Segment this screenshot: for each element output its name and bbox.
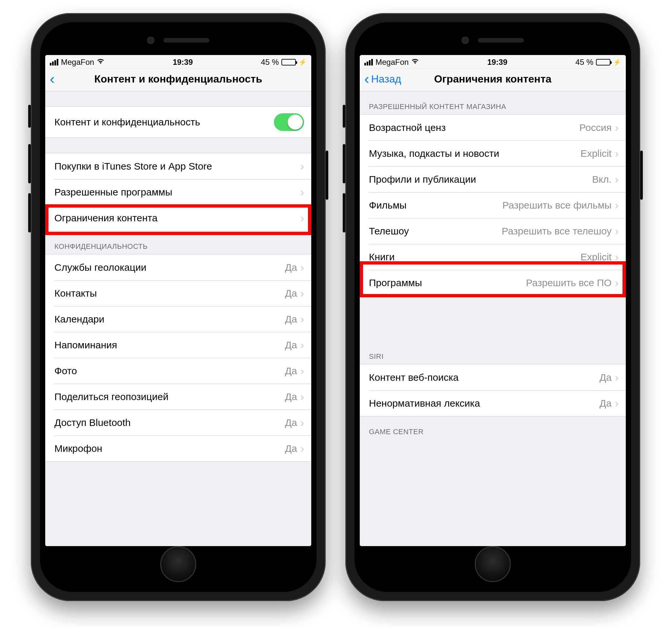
row-movies[interactable]: Фильмы Разрешить все фильмы › [360, 192, 626, 218]
chevron-right-icon: › [615, 147, 619, 160]
chevron-right-icon: › [301, 416, 304, 429]
wifi-icon [97, 58, 104, 66]
chevron-right-icon: › [615, 397, 619, 410]
status-bar: MegaFon 19:39 45 % ⚡ [45, 55, 311, 68]
chevron-right-icon: › [615, 276, 619, 289]
row-location-services[interactable]: Службы геолокации Да › [45, 254, 311, 280]
chevron-left-icon: ‹ [364, 75, 369, 83]
battery-icon [596, 59, 610, 65]
row-calendars[interactable]: Календари Да › [45, 306, 311, 332]
row-allowed-apps[interactable]: Разрешенные программы › [45, 179, 311, 205]
wifi-icon [411, 58, 419, 66]
back-button[interactable]: ‹ Назад [364, 73, 401, 85]
chevron-right-icon: › [301, 313, 304, 325]
row-age-rating[interactable]: Возрастной ценз Россия › [360, 115, 626, 140]
row-books[interactable]: Книги Explicit › [360, 244, 626, 270]
group-header-gamecenter: GAME CENTER [360, 416, 626, 439]
row-web-search[interactable]: Контент веб-поиска Да › [360, 364, 626, 390]
clock: 19:39 [173, 57, 193, 67]
charging-icon: ⚡ [613, 58, 621, 66]
signal-icon [364, 59, 373, 65]
toggle-label: Контент и конфиденциальность [54, 117, 274, 128]
row-microphone[interactable]: Микрофон Да › [45, 436, 311, 461]
row-bluetooth[interactable]: Доступ Bluetooth Да › [45, 410, 311, 436]
chevron-right-icon: › [301, 185, 304, 198]
chevron-left-icon: ‹ [50, 75, 55, 83]
row-tvshows[interactable]: Телешоу Разрешить все телешоу › [360, 218, 626, 244]
group-header-siri: SIRI [360, 348, 626, 364]
chevron-right-icon: › [615, 224, 619, 237]
row-apps[interactable]: Программы Разрешить все ПО › [360, 270, 626, 296]
home-button[interactable] [160, 546, 196, 582]
home-button[interactable] [475, 546, 511, 582]
phone-frame-right: MegaFon 19:39 45 % ⚡ ‹ Назад Ограничен [345, 13, 640, 601]
row-share-location[interactable]: Поделиться геопозицией Да › [45, 384, 311, 410]
battery-icon [281, 59, 296, 65]
chevron-right-icon: › [301, 261, 304, 274]
back-label: Назад [371, 73, 401, 85]
chevron-right-icon: › [615, 199, 619, 211]
nav-bar: ‹ Контент и конфиденциальность [45, 68, 311, 91]
chevron-right-icon: › [301, 442, 304, 455]
charging-icon: ⚡ [299, 58, 307, 66]
battery-percent: 45 % [575, 57, 593, 67]
row-contacts[interactable]: Контакты Да › [45, 280, 311, 306]
row-content-restrictions[interactable]: Ограничения контента › [45, 205, 311, 231]
chevron-right-icon: › [615, 371, 619, 384]
row-music-podcasts[interactable]: Музыка, подкасты и новости Explicit › [360, 140, 626, 166]
page-title: Ограничения контента [364, 73, 621, 85]
toggle-row-content-privacy[interactable]: Контент и конфиденциальность [45, 107, 311, 138]
row-explicit-language[interactable]: Ненормативная лексика Да › [360, 390, 626, 416]
row-profiles-posts[interactable]: Профили и публикации Вкл. › [360, 166, 626, 192]
chevron-right-icon: › [301, 390, 304, 403]
clock: 19:39 [487, 57, 507, 67]
chevron-right-icon: › [615, 121, 619, 134]
chevron-right-icon: › [301, 211, 304, 224]
page-title: Контент и конфиденциальность [50, 73, 307, 85]
chevron-right-icon: › [301, 160, 304, 172]
row-photos[interactable]: Фото Да › [45, 358, 311, 384]
group-header-store: РАЗРЕШЕННЫЙ КОНТЕНТ МАГАЗИНА [360, 91, 626, 114]
carrier-label: MegaFon [61, 57, 94, 67]
chevron-right-icon: › [615, 173, 619, 185]
chevron-right-icon: › [301, 364, 304, 377]
chevron-right-icon: › [301, 338, 304, 351]
signal-icon [50, 59, 58, 65]
phone-frame-left: MegaFon 19:39 45 % ⚡ ‹ Контент и конфиде… [31, 13, 326, 601]
chevron-right-icon: › [615, 250, 619, 263]
nav-bar: ‹ Назад Ограничения контента [360, 68, 626, 91]
back-button[interactable]: ‹ [50, 75, 55, 83]
row-itunes-purchases[interactable]: Покупки в iTunes Store и App Store › [45, 153, 311, 179]
status-bar: MegaFon 19:39 45 % ⚡ [360, 55, 626, 68]
toggle-switch[interactable] [274, 113, 304, 131]
chevron-right-icon: › [301, 287, 304, 299]
group-header-privacy: КОНФИДЕНЦИАЛЬНОСТЬ [45, 231, 311, 254]
carrier-label: MegaFon [376, 57, 408, 67]
row-reminders[interactable]: Напоминания Да › [45, 332, 311, 358]
battery-percent: 45 % [261, 57, 279, 67]
